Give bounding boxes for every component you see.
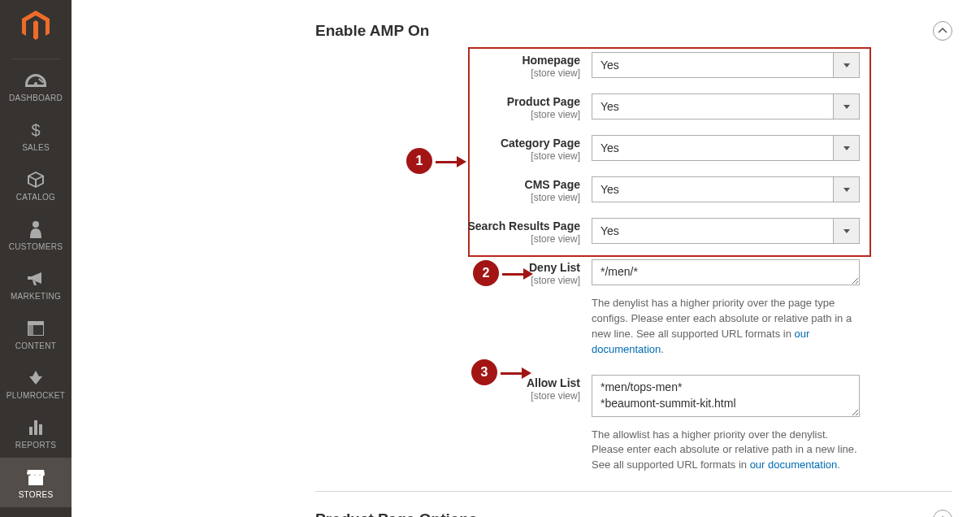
main-content: Enable AMP On 1 2 3 Homepage[store vi — [72, 0, 980, 517]
scope-label: [store view] — [315, 109, 580, 120]
help-text-allow: The allowlist has a higher priority over… — [592, 428, 860, 474]
scope-label: [store view] — [315, 275, 580, 286]
select-value: Yes — [592, 183, 833, 196]
caret-down-icon — [833, 219, 859, 243]
select-value: Yes — [592, 59, 833, 72]
select-category-page[interactable]: Yes — [592, 135, 860, 161]
collapse-button[interactable] — [933, 510, 952, 517]
sidebar-item-customers[interactable]: CUSTOMERS — [0, 210, 72, 259]
sidebar-item-plumrocket[interactable]: PLUMROCKET — [0, 358, 72, 408]
svg-rect-6 — [28, 325, 33, 336]
textarea-deny-list[interactable] — [592, 259, 860, 285]
label-homepage: Homepage — [315, 54, 580, 67]
sidebar-item-label: REPORTS — [15, 441, 56, 450]
svg-point-3 — [33, 221, 39, 228]
collapse-button[interactable] — [933, 21, 952, 41]
sidebar-item-label: MARKETING — [11, 292, 61, 301]
link-documentation[interactable]: our documentation — [750, 458, 838, 471]
select-value: Yes — [592, 100, 833, 113]
barchart-icon — [28, 418, 44, 437]
sidebar-item-label: CUSTOMERS — [9, 242, 63, 251]
textarea-allow-list[interactable] — [592, 375, 860, 416]
scope-label: [store view] — [315, 192, 580, 203]
admin-sidebar: DASHBOARD $ SALES CATALOG CUSTOMERS MARK… — [0, 0, 72, 517]
label-deny-list: Deny List — [315, 261, 580, 274]
section-title-enable-amp: Enable AMP On — [315, 22, 429, 40]
label-category-page: Category Page — [315, 137, 580, 150]
layout-icon — [28, 319, 44, 338]
svg-rect-7 — [29, 427, 33, 435]
caret-down-icon — [833, 177, 859, 202]
sidebar-item-content[interactable]: CONTENT — [0, 309, 72, 358]
svg-rect-8 — [34, 420, 37, 435]
help-text-deny: The denylist has a higher priority over … — [592, 296, 860, 357]
person-icon — [29, 219, 42, 239]
select-cms-page[interactable]: Yes — [592, 176, 860, 202]
sidebar-item-label: PLUMROCKET — [7, 391, 65, 400]
plumrocket-icon — [28, 368, 44, 388]
label-search-results-page: Search Results Page — [315, 219, 580, 232]
sidebar-item-label: CATALOG — [16, 193, 55, 202]
scope-label: [store view] — [315, 390, 580, 402]
label-allow-list: Allow List — [315, 376, 580, 389]
sidebar-item-label: CONTENT — [15, 341, 56, 350]
select-value: Yes — [592, 141, 833, 154]
caret-down-icon — [833, 53, 859, 77]
sidebar-item-catalog[interactable]: CATALOG — [0, 160, 72, 210]
select-value: Yes — [592, 224, 833, 237]
scope-label: [store view] — [315, 67, 580, 79]
scope-label: [store view] — [315, 233, 580, 245]
box-icon — [27, 170, 45, 189]
dollar-icon: $ — [30, 120, 41, 140]
select-product-page[interactable]: Yes — [592, 93, 860, 119]
sidebar-item-label: STORES — [19, 490, 54, 499]
megaphone-icon — [27, 269, 45, 289]
chevron-up-icon — [938, 28, 947, 34]
sidebar-item-dashboard[interactable]: DASHBOARD — [0, 61, 72, 111]
select-homepage[interactable]: Yes — [592, 52, 860, 78]
caret-down-icon — [833, 94, 859, 119]
section-title-product-page-options: Product Page Options — [315, 510, 478, 517]
magento-logo[interactable] — [20, 10, 52, 42]
svg-point-0 — [34, 82, 37, 85]
caret-down-icon — [833, 136, 859, 160]
dashboard-icon — [25, 71, 46, 90]
svg-rect-9 — [39, 424, 42, 435]
sidebar-item-label: DASHBOARD — [9, 93, 63, 102]
svg-rect-10 — [28, 476, 43, 485]
label-cms-page: CMS Page — [315, 178, 580, 191]
svg-text:$: $ — [31, 121, 40, 139]
sidebar-item-sales[interactable]: $ SALES — [0, 111, 72, 160]
sidebar-item-label: SALES — [22, 143, 50, 152]
sidebar-item-marketing[interactable]: MARKETING — [0, 259, 72, 309]
label-product-page: Product Page — [315, 95, 580, 108]
sidebar-item-reports[interactable]: REPORTS — [0, 408, 72, 458]
store-icon — [27, 467, 45, 487]
sidebar-item-stores[interactable]: STORES — [0, 458, 72, 507]
select-search-results-page[interactable]: Yes — [592, 218, 860, 244]
scope-label: [store view] — [315, 150, 580, 162]
svg-rect-5 — [28, 321, 44, 325]
